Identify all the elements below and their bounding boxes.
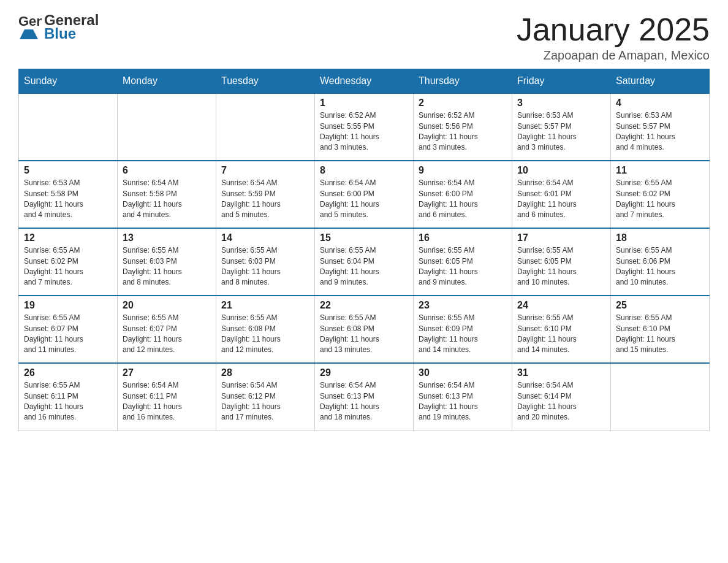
month-title: January 2025 <box>517 12 710 47</box>
col-monday: Monday <box>118 69 216 94</box>
calendar-week-row: 19Sunrise: 6:55 AM Sunset: 6:07 PM Dayli… <box>19 296 710 363</box>
day-number: 2 <box>419 98 507 109</box>
day-info: Sunrise: 6:55 AM Sunset: 6:04 PM Dayligh… <box>320 245 408 288</box>
calendar-table: Sunday Monday Tuesday Wednesday Thursday… <box>18 69 710 431</box>
day-number: 26 <box>24 367 112 378</box>
table-row: 9Sunrise: 6:54 AM Sunset: 6:00 PM Daylig… <box>414 161 512 228</box>
table-row: 10Sunrise: 6:54 AM Sunset: 6:01 PM Dayli… <box>512 161 611 228</box>
table-row: 28Sunrise: 6:54 AM Sunset: 6:12 PM Dayli… <box>216 363 315 431</box>
table-row: 6Sunrise: 6:54 AM Sunset: 5:58 PM Daylig… <box>118 161 216 228</box>
day-number: 22 <box>320 300 408 311</box>
day-info: Sunrise: 6:55 AM Sunset: 6:10 PM Dayligh… <box>616 313 704 356</box>
table-row: 29Sunrise: 6:54 AM Sunset: 6:13 PM Dayli… <box>315 363 414 431</box>
table-row: 15Sunrise: 6:55 AM Sunset: 6:04 PM Dayli… <box>315 228 414 296</box>
day-number: 7 <box>221 165 309 176</box>
table-row: 19Sunrise: 6:55 AM Sunset: 6:07 PM Dayli… <box>19 296 118 363</box>
table-row: 31Sunrise: 6:54 AM Sunset: 6:14 PM Dayli… <box>512 363 611 431</box>
day-number: 19 <box>24 300 112 311</box>
table-row <box>118 93 216 161</box>
day-number: 21 <box>221 300 309 311</box>
day-info: Sunrise: 6:54 AM Sunset: 6:00 PM Dayligh… <box>320 178 408 221</box>
day-info: Sunrise: 6:55 AM Sunset: 6:03 PM Dayligh… <box>123 245 211 288</box>
table-row: 2Sunrise: 6:52 AM Sunset: 5:56 PM Daylig… <box>414 93 512 161</box>
day-info: Sunrise: 6:53 AM Sunset: 5:57 PM Dayligh… <box>517 110 605 153</box>
svg-text:General: General <box>18 13 42 29</box>
day-number: 4 <box>616 98 704 109</box>
day-number: 28 <box>221 367 309 378</box>
table-row: 7Sunrise: 6:54 AM Sunset: 5:59 PM Daylig… <box>216 161 315 228</box>
day-number: 31 <box>517 367 605 378</box>
day-info: Sunrise: 6:52 AM Sunset: 5:55 PM Dayligh… <box>320 110 408 153</box>
day-info: Sunrise: 6:55 AM Sunset: 6:10 PM Dayligh… <box>517 313 605 356</box>
day-info: Sunrise: 6:54 AM Sunset: 6:12 PM Dayligh… <box>221 380 309 423</box>
day-info: Sunrise: 6:54 AM Sunset: 6:13 PM Dayligh… <box>320 380 408 423</box>
day-info: Sunrise: 6:54 AM Sunset: 5:58 PM Dayligh… <box>123 178 211 221</box>
table-row <box>611 363 710 431</box>
day-info: Sunrise: 6:55 AM Sunset: 6:02 PM Dayligh… <box>24 245 112 288</box>
day-number: 14 <box>221 232 309 243</box>
logo-blue-text: Blue <box>44 26 99 42</box>
day-info: Sunrise: 6:55 AM Sunset: 6:11 PM Dayligh… <box>24 380 112 423</box>
table-row: 13Sunrise: 6:55 AM Sunset: 6:03 PM Dayli… <box>118 228 216 296</box>
day-number: 13 <box>123 232 211 243</box>
day-number: 16 <box>419 232 507 243</box>
day-number: 20 <box>123 300 211 311</box>
day-number: 25 <box>616 300 704 311</box>
day-number: 1 <box>320 98 408 109</box>
day-info: Sunrise: 6:55 AM Sunset: 6:08 PM Dayligh… <box>221 313 309 356</box>
day-info: Sunrise: 6:55 AM Sunset: 6:03 PM Dayligh… <box>221 245 309 288</box>
day-info: Sunrise: 6:54 AM Sunset: 6:01 PM Dayligh… <box>517 178 605 221</box>
day-info: Sunrise: 6:55 AM Sunset: 6:02 PM Dayligh… <box>616 178 704 221</box>
table-row: 20Sunrise: 6:55 AM Sunset: 6:07 PM Dayli… <box>118 296 216 363</box>
col-thursday: Thursday <box>414 69 512 94</box>
table-row: 16Sunrise: 6:55 AM Sunset: 6:05 PM Dayli… <box>414 228 512 296</box>
day-info: Sunrise: 6:55 AM Sunset: 6:07 PM Dayligh… <box>123 313 211 356</box>
table-row: 23Sunrise: 6:55 AM Sunset: 6:09 PM Dayli… <box>414 296 512 363</box>
logo-icon: General <box>18 12 42 42</box>
day-info: Sunrise: 6:55 AM Sunset: 6:07 PM Dayligh… <box>24 313 112 356</box>
calendar-week-row: 12Sunrise: 6:55 AM Sunset: 6:02 PM Dayli… <box>19 228 710 296</box>
table-row: 4Sunrise: 6:53 AM Sunset: 5:57 PM Daylig… <box>611 93 710 161</box>
col-saturday: Saturday <box>611 69 710 94</box>
logo: General General Blue <box>18 12 99 42</box>
day-number: 30 <box>419 367 507 378</box>
day-info: Sunrise: 6:54 AM Sunset: 6:00 PM Dayligh… <box>419 178 507 221</box>
calendar-week-row: 1Sunrise: 6:52 AM Sunset: 5:55 PM Daylig… <box>19 93 710 161</box>
day-info: Sunrise: 6:54 AM Sunset: 6:11 PM Dayligh… <box>123 380 211 423</box>
table-row: 14Sunrise: 6:55 AM Sunset: 6:03 PM Dayli… <box>216 228 315 296</box>
table-row: 25Sunrise: 6:55 AM Sunset: 6:10 PM Dayli… <box>611 296 710 363</box>
day-number: 23 <box>419 300 507 311</box>
day-info: Sunrise: 6:55 AM Sunset: 6:05 PM Dayligh… <box>517 245 605 288</box>
location-subtitle: Zapoapan de Amapan, Mexico <box>517 48 710 63</box>
day-number: 27 <box>123 367 211 378</box>
title-area: January 2025 Zapoapan de Amapan, Mexico <box>517 12 710 63</box>
day-number: 29 <box>320 367 408 378</box>
table-row: 1Sunrise: 6:52 AM Sunset: 5:55 PM Daylig… <box>315 93 414 161</box>
day-info: Sunrise: 6:54 AM Sunset: 5:59 PM Dayligh… <box>221 178 309 221</box>
col-sunday: Sunday <box>19 69 118 94</box>
day-number: 11 <box>616 165 704 176</box>
calendar-week-row: 5Sunrise: 6:53 AM Sunset: 5:58 PM Daylig… <box>19 161 710 228</box>
page-header: General General Blue January 2025 Zapoap… <box>18 12 710 63</box>
col-friday: Friday <box>512 69 611 94</box>
day-info: Sunrise: 6:55 AM Sunset: 6:06 PM Dayligh… <box>616 245 704 288</box>
table-row: 5Sunrise: 6:53 AM Sunset: 5:58 PM Daylig… <box>19 161 118 228</box>
table-row: 30Sunrise: 6:54 AM Sunset: 6:13 PM Dayli… <box>414 363 512 431</box>
day-number: 15 <box>320 232 408 243</box>
day-number: 9 <box>419 165 507 176</box>
day-info: Sunrise: 6:55 AM Sunset: 6:09 PM Dayligh… <box>419 313 507 356</box>
svg-marker-1 <box>20 29 38 39</box>
day-info: Sunrise: 6:54 AM Sunset: 6:14 PM Dayligh… <box>517 380 605 423</box>
day-info: Sunrise: 6:53 AM Sunset: 5:58 PM Dayligh… <box>24 178 112 221</box>
table-row: 27Sunrise: 6:54 AM Sunset: 6:11 PM Dayli… <box>118 363 216 431</box>
table-row: 3Sunrise: 6:53 AM Sunset: 5:57 PM Daylig… <box>512 93 611 161</box>
table-row <box>19 93 118 161</box>
day-number: 10 <box>517 165 605 176</box>
table-row: 18Sunrise: 6:55 AM Sunset: 6:06 PM Dayli… <box>611 228 710 296</box>
day-number: 24 <box>517 300 605 311</box>
day-number: 8 <box>320 165 408 176</box>
day-number: 5 <box>24 165 112 176</box>
day-number: 3 <box>517 98 605 109</box>
day-info: Sunrise: 6:54 AM Sunset: 6:13 PM Dayligh… <box>419 380 507 423</box>
table-row: 12Sunrise: 6:55 AM Sunset: 6:02 PM Dayli… <box>19 228 118 296</box>
